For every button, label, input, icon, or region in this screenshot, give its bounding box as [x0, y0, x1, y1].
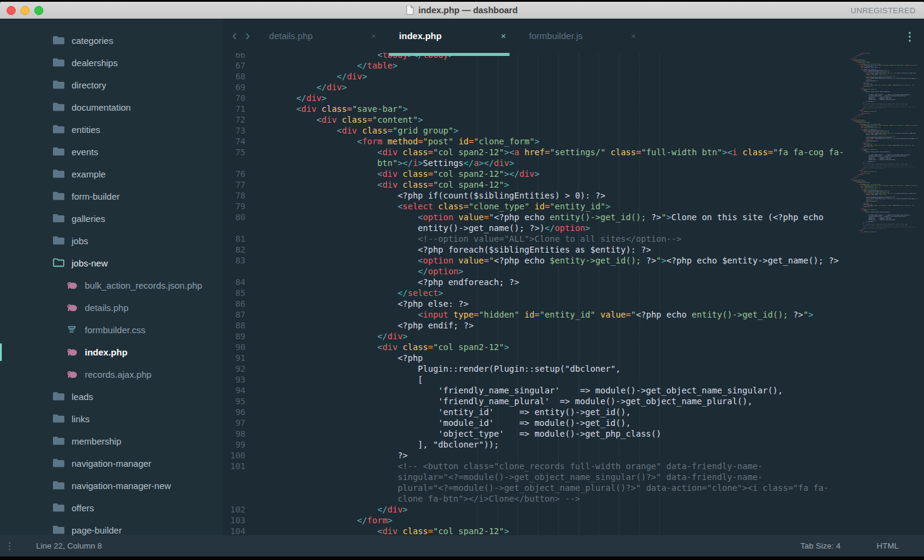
tab-overflow-menu[interactable]: ⋮: [904, 29, 916, 43]
close-window-button[interactable]: [7, 6, 16, 15]
code-text: 'friendly_name_singular' => module()->ge…: [251, 385, 783, 396]
sidebar-item-leads[interactable]: leads: [0, 386, 223, 408]
sidebar-item-details-php[interactable]: details.php: [0, 297, 223, 319]
sidebar-item-navigation-manager-new[interactable]: navigation-manager-new: [0, 475, 223, 497]
code-line-75[interactable]: 75<div class="col span2-12"><a href="set…: [223, 147, 924, 158]
folder-icon: [53, 169, 64, 180]
code-line-81[interactable]: 81<!--option value="ALL">Clone to all si…: [223, 233, 924, 244]
sidebar-item-label: page-builder: [72, 525, 122, 535]
registration-status: UNREGISTERED: [851, 2, 916, 19]
code-editor[interactable]: 66<tbody></tbody>67</table>68</div>69</d…: [223, 53, 924, 535]
code-line-86[interactable]: 86<?php else: ?>: [223, 298, 924, 309]
sidebar-item-offers[interactable]: offers: [0, 497, 223, 519]
code-line-98[interactable]: 98'object_type' => module()->get_php_cla…: [223, 428, 924, 439]
code-line-67[interactable]: 67</table>: [223, 60, 924, 71]
tab-index-php[interactable]: index.php×: [387, 19, 517, 53]
sidebar-item-entities[interactable]: entities: [0, 118, 223, 141]
code-line-92[interactable]: 92Plugin::render(Plugin::setup("dbcloner…: [223, 363, 924, 374]
tab-details-php[interactable]: details.php×: [257, 19, 387, 53]
history-forward-button[interactable]: ›: [245, 29, 250, 43]
code-line-76[interactable]: 76<div class="col span2-12"></div>: [223, 168, 924, 179]
code-pane: 66<tbody></tbody>67</table>68</div>69</d…: [845, 173, 924, 233]
tab-formbuilder-js[interactable]: formbuilder.js×: [517, 19, 647, 53]
syntax-indicator[interactable]: HTML: [876, 541, 899, 550]
sidebar-item-links[interactable]: links: [0, 408, 223, 430]
code-line-100[interactable]: 100?>: [223, 450, 924, 461]
code-line-80[interactable]: 80<option value="<?php echo entity()->ge…: [223, 212, 924, 223]
code-line-88[interactable]: 88<?php endif; ?>: [223, 320, 924, 331]
code-line-77[interactable]: 77<div class="col span4-12">: [223, 179, 924, 190]
sidebar[interactable]: categoriesdealershipsdirectorydocumentat…: [0, 19, 223, 535]
code-line-94[interactable]: 94'friendly_name_singular' => module()->…: [223, 385, 924, 396]
code-line-wrap[interactable]: </option>: [223, 266, 924, 277]
title-bar[interactable]: index.php — dashboard UNREGISTERED: [0, 2, 924, 19]
code-text: </div>: [251, 93, 327, 103]
code-line-83[interactable]: 83<option value="<?php echo $entity->get…: [223, 255, 924, 266]
sidebar-item-index-php[interactable]: index.php: [0, 341, 223, 363]
sidebar-item-dealerships[interactable]: dealerships: [0, 52, 223, 74]
sidebar-item-categories[interactable]: categories: [0, 29, 223, 52]
tab-close-icon[interactable]: ×: [371, 31, 377, 41]
code-line-101[interactable]: 101<!-- <button class="clone_records ful…: [223, 461, 924, 472]
history-back-button[interactable]: ‹: [232, 29, 237, 43]
code-line-73[interactable]: 73<div class="grid group">: [223, 125, 924, 136]
code-line-87[interactable]: 87<input type="hidden" id="entity_id" va…: [223, 309, 924, 320]
code-text: entity()->get_name(); ?>)</option>: [251, 223, 590, 233]
code-line-wrap[interactable]: btn"></i>Settings</a></div>: [223, 158, 924, 168]
code-line-wrap[interactable]: clone fa-btn"></i>Clone</button> -->: [223, 493, 924, 504]
traffic-lights: [7, 2, 43, 19]
code-line-103[interactable]: 103</form>: [223, 515, 924, 526]
code-line-79[interactable]: 79<select class="clone_type" id="entity_…: [223, 201, 924, 212]
code-line-72[interactable]: 72<div class="content">: [223, 114, 924, 125]
code-line-89[interactable]: 89</div>: [223, 331, 924, 342]
code-line-wrap[interactable]: singular="<?=module()->get_object_name_s…: [223, 472, 924, 482]
sidebar-item-membership[interactable]: membership: [0, 430, 223, 452]
sidebar-item-formbuilder-css[interactable]: formbuilder.css: [0, 319, 223, 341]
code-line-97[interactable]: 97'module_id' => module()->get_id(),: [223, 417, 924, 428]
sidebar-item-directory[interactable]: directory: [0, 74, 223, 96]
zoom-window-button[interactable]: [34, 6, 43, 15]
sidebar-item-galleries[interactable]: galleries: [0, 208, 223, 230]
sidebar-item-label: documentation: [72, 102, 131, 112]
sidebar-item-label: categories: [72, 35, 113, 46]
tab-close-icon[interactable]: ×: [501, 31, 507, 41]
code-text: <div class="content">: [251, 114, 423, 125]
code-line-66[interactable]: 66<tbody></tbody>: [223, 53, 924, 60]
sidebar-item-example[interactable]: example: [0, 163, 223, 185]
code-line-99[interactable]: 99], "dbcloner"));: [223, 439, 924, 450]
sidebar-item-navigation-manager[interactable]: navigation-manager: [0, 452, 223, 475]
sidebar-item-form-builder[interactable]: form-builder: [0, 185, 223, 208]
line-number: 84: [223, 277, 251, 288]
sidebar-item-records-ajax-php[interactable]: records.ajax.php: [0, 363, 223, 386]
code-line-102[interactable]: 102</div>: [223, 504, 924, 515]
code-line-70[interactable]: 70</div>: [223, 93, 924, 103]
sidebar-item-jobs-new[interactable]: jobs-new: [0, 252, 223, 274]
status-menu-icon[interactable]: ⋮: [5, 540, 14, 552]
tab-close-icon[interactable]: ×: [631, 31, 636, 41]
sidebar-item-bulk-action-records-json-php[interactable]: bulk_action_records.json.php: [0, 274, 223, 297]
sidebar-item-documentation[interactable]: documentation: [0, 96, 223, 118]
sidebar-item-page-builder[interactable]: page-builder: [0, 519, 223, 535]
sidebar-item-events[interactable]: events: [0, 141, 223, 163]
code-line-71[interactable]: 71<div class="save-bar">: [223, 103, 924, 114]
code-pane: 66<tbody></tbody>67</table>68</div>69</d…: [223, 53, 924, 535]
code-line-74[interactable]: 74<form method="post" id="clone_form">: [223, 136, 924, 147]
code-line-84[interactable]: 84<?php endforeach; ?>: [223, 277, 924, 288]
code-line-78[interactable]: 78<?php if(count($siblingEntities) > 0):…: [223, 190, 924, 201]
code-line-85[interactable]: 85</select>: [223, 288, 924, 298]
code-line-95[interactable]: 95'friendly_name_plural' => module()->ge…: [223, 396, 924, 407]
minimize-window-button[interactable]: [20, 6, 29, 15]
code-line-93[interactable]: 93[: [223, 374, 924, 385]
code-line-91[interactable]: 91<?php: [223, 352, 924, 363]
code-line-96[interactable]: 96'entity_id' => entity()->get_id(),: [223, 407, 924, 417]
code-line-90[interactable]: 90<div class="col span2-12">: [223, 342, 924, 352]
code-line-wrap[interactable]: plural="<?=module()->get_object_name_plu…: [223, 482, 924, 493]
code-line-104[interactable]: 104<div class="col span2-12">: [223, 526, 924, 535]
code-line-82[interactable]: 82<?php foreach($siblingEntities as $ent…: [223, 244, 924, 255]
code-line-69[interactable]: 69</div>: [223, 82, 924, 93]
code-line-wrap[interactable]: entity()->get_name(); ?>)</option>: [223, 223, 924, 233]
code-line-68[interactable]: 68</div>: [223, 71, 924, 82]
minimap[interactable]: 66<tbody></tbody>67</table>68</div>69</d…: [845, 53, 924, 235]
tab-size-indicator[interactable]: Tab Size: 4: [800, 541, 840, 550]
sidebar-item-jobs[interactable]: jobs: [0, 230, 223, 252]
